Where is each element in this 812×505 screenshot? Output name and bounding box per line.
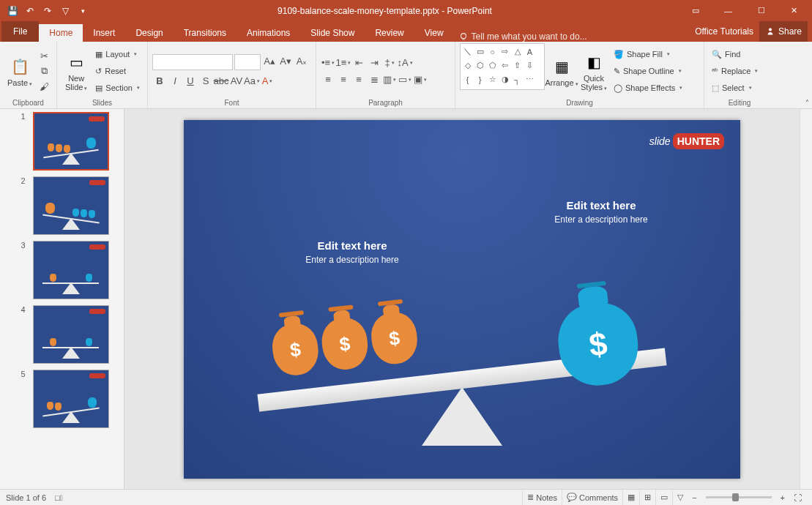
font-size-input[interactable]	[234, 54, 261, 70]
tab-file[interactable]: File	[1, 21, 39, 42]
shape-line-icon[interactable]: ＼	[461, 45, 474, 59]
slide-thumb-2[interactable]	[33, 176, 109, 235]
section-button[interactable]: ▤Section	[92, 80, 143, 96]
align-text-icon[interactable]: ▭	[398, 72, 412, 87]
decrease-font-icon[interactable]: A▾	[278, 54, 293, 69]
find-button[interactable]: 🔍Find	[709, 46, 761, 62]
shape-oval-icon[interactable]: ○	[486, 45, 499, 59]
shape-connector-icon[interactable]: ┐	[511, 72, 524, 86]
change-case-icon[interactable]: Aa	[245, 74, 259, 89]
shape-lbrace-icon[interactable]: {	[461, 72, 474, 86]
select-button[interactable]: ⬚Select	[709, 80, 761, 96]
tab-slideshow[interactable]: Slide Show	[300, 24, 365, 42]
spellcheck-icon[interactable]: □͐	[55, 493, 63, 502]
clear-format-icon[interactable]: Aₓ	[294, 54, 309, 69]
ribbon-display-icon[interactable]: ▭	[679, 0, 712, 21]
reset-button[interactable]: ↺Reset	[92, 63, 143, 79]
tab-insert[interactable]: Insert	[83, 24, 125, 42]
close-icon[interactable]: ✕	[778, 0, 811, 21]
undo-icon[interactable]: ↶	[22, 3, 38, 19]
shape-star-icon[interactable]: ☆	[486, 72, 499, 86]
shape-arrowu-icon[interactable]: ⇧	[511, 59, 524, 72]
zoom-in-button[interactable]: +	[776, 493, 789, 502]
slide-thumb-4[interactable]	[33, 305, 109, 364]
minimize-icon[interactable]: —	[712, 0, 745, 21]
start-from-beginning-icon[interactable]: ▽	[57, 3, 73, 19]
line-spacing-icon[interactable]: ‡	[382, 56, 397, 70]
qat-customize-icon[interactable]: ▾	[75, 3, 91, 19]
quick-styles-button[interactable]: ◧ Quick Styles	[578, 43, 609, 99]
shape-arrowd-icon[interactable]: ⇩	[524, 59, 536, 72]
shape-fill-button[interactable]: 🪣Shape Fill	[611, 46, 685, 62]
replace-button[interactable]: ᵃᵇReplace	[709, 63, 761, 79]
zoom-slider[interactable]	[706, 496, 772, 498]
text-direction-icon[interactable]: ↕A	[398, 56, 412, 70]
sorter-view-icon[interactable]: ⊞	[639, 490, 655, 506]
tab-design[interactable]: Design	[125, 24, 173, 42]
shape-callout-icon[interactable]: ◑	[499, 72, 511, 86]
tab-review[interactable]: Review	[365, 24, 414, 42]
tab-view[interactable]: View	[414, 24, 454, 42]
align-center-icon[interactable]: ≡	[336, 72, 351, 87]
zoom-out-button[interactable]: −	[688, 493, 701, 502]
slideshow-view-icon[interactable]: ▽	[672, 490, 688, 506]
font-name-input[interactable]	[152, 54, 233, 70]
shape-arrow-icon[interactable]: ⇨	[499, 45, 511, 59]
smartart-icon[interactable]: ▣	[413, 72, 428, 87]
italic-icon[interactable]: I	[168, 74, 182, 89]
tell-me-search[interactable]: Tell me what you want to do...	[458, 31, 587, 42]
new-slide-button[interactable]: ▭ New Slide	[62, 43, 91, 99]
slide-thumb-5[interactable]	[33, 370, 109, 428]
shadow-icon[interactable]: S	[198, 74, 213, 89]
layout-button[interactable]: ▦Layout	[92, 46, 143, 62]
increase-font-icon[interactable]: A▴	[262, 54, 277, 69]
underline-icon[interactable]: U	[183, 74, 198, 89]
format-painter-icon[interactable]: 🖌	[37, 79, 51, 94]
tab-animations[interactable]: Animations	[236, 24, 300, 42]
char-spacing-icon[interactable]: AV	[229, 74, 244, 89]
shape-rbrace-icon[interactable]: }	[474, 72, 486, 86]
redo-icon[interactable]: ↷	[40, 3, 56, 19]
strike-icon[interactable]: abc	[214, 74, 228, 89]
shape-tri-icon[interactable]: △	[511, 45, 524, 59]
reading-view-icon[interactable]: ▭	[655, 490, 672, 506]
slide-canvas[interactable]: slide HUNTER Edit text here Enter a desc…	[124, 109, 800, 489]
shape-penta-icon[interactable]: ⬠	[486, 59, 499, 72]
justify-icon[interactable]: ≣	[367, 72, 381, 87]
collapse-ribbon-icon[interactable]: ˄	[805, 99, 809, 107]
font-color-icon[interactable]: A	[260, 74, 275, 89]
inc-indent-icon[interactable]: ⇥	[367, 56, 381, 70]
shape-text-icon[interactable]: A	[524, 45, 536, 59]
share-button[interactable]: Share	[759, 21, 808, 42]
slide-thumb-1[interactable]	[33, 112, 109, 171]
left-text-block[interactable]: Edit text here Enter a description here	[253, 239, 451, 265]
right-text-block[interactable]: Edit text here Enter a description here	[502, 199, 700, 225]
shape-hex-icon[interactable]: ⬡	[474, 59, 486, 72]
save-icon[interactable]: 💾	[4, 3, 21, 19]
vertical-scrollbar[interactable]	[800, 109, 812, 489]
shape-diamond-icon[interactable]: ◇	[461, 59, 474, 72]
slide-thumb-3[interactable]	[33, 241, 109, 299]
maximize-icon[interactable]: ☐	[745, 0, 778, 21]
shape-more-icon[interactable]: ⋯	[524, 72, 536, 86]
shape-arrowl-icon[interactable]: ⇦	[499, 59, 511, 72]
columns-icon[interactable]: ▥	[382, 72, 397, 87]
dec-indent-icon[interactable]: ⇤	[351, 56, 366, 70]
copy-icon[interactable]: ⧉	[37, 64, 51, 78]
comments-button[interactable]: 💬Comments	[562, 490, 622, 506]
align-left-icon[interactable]: ≡	[321, 72, 335, 87]
arrange-button[interactable]: ▦ Arrange	[546, 43, 577, 99]
bold-icon[interactable]: B	[152, 74, 167, 89]
notes-button[interactable]: ≣Notes	[522, 490, 562, 506]
office-tutorials-link[interactable]: Office Tutorials	[695, 26, 753, 37]
shape-rect-icon[interactable]: ▭	[474, 45, 486, 59]
normal-view-icon[interactable]: ▦	[622, 490, 639, 506]
shapes-gallery[interactable]: ＼▭○⇨△A ◇⬡⬠⇦⇧⇩ {}☆◑┐⋯	[460, 43, 545, 90]
shape-effects-button[interactable]: ◯Shape Effects	[611, 80, 685, 96]
shape-outline-button[interactable]: ✎Shape Outline	[611, 63, 685, 79]
numbering-icon[interactable]: 1≡	[336, 56, 351, 70]
align-right-icon[interactable]: ≡	[351, 72, 366, 87]
fit-to-window-icon[interactable]: ⛶	[789, 493, 806, 502]
cut-icon[interactable]: ✂	[37, 48, 51, 63]
paste-button[interactable]: 📋 Paste	[4, 43, 35, 99]
